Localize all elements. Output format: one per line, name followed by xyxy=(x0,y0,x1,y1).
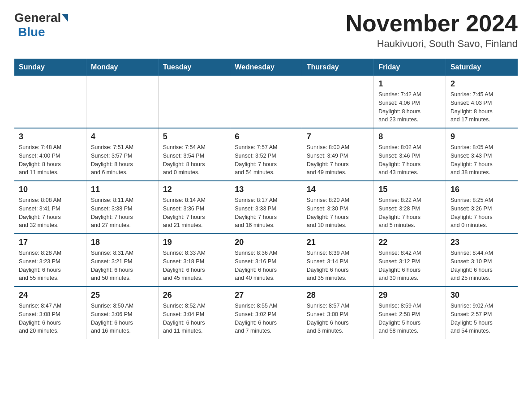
calendar-cell: 26Sunrise: 8:52 AM Sunset: 3:04 PM Dayli… xyxy=(158,287,230,339)
calendar-cell xyxy=(86,76,159,128)
calendar-cell: 9Sunrise: 8:05 AM Sunset: 3:43 PM Daylig… xyxy=(446,128,518,181)
day-info: Sunrise: 7:48 AM Sunset: 4:00 PM Dayligh… xyxy=(19,143,82,177)
calendar-cell: 6Sunrise: 7:57 AM Sunset: 3:52 PM Daylig… xyxy=(230,128,302,181)
day-info: Sunrise: 8:22 AM Sunset: 3:28 PM Dayligh… xyxy=(378,196,441,230)
calendar-cell: 3Sunrise: 7:48 AM Sunset: 4:00 PM Daylig… xyxy=(14,128,86,181)
calendar-cell xyxy=(158,76,230,128)
day-number: 5 xyxy=(163,132,226,141)
calendar-cell: 4Sunrise: 7:51 AM Sunset: 3:57 PM Daylig… xyxy=(86,128,159,181)
day-info: Sunrise: 8:36 AM Sunset: 3:16 PM Dayligh… xyxy=(235,249,297,283)
day-number: 29 xyxy=(378,291,441,300)
calendar-cell: 14Sunrise: 8:20 AM Sunset: 3:30 PM Dayli… xyxy=(302,181,374,234)
day-number: 27 xyxy=(235,291,297,300)
day-info: Sunrise: 8:31 AM Sunset: 3:21 PM Dayligh… xyxy=(91,249,154,283)
day-info: Sunrise: 8:05 AM Sunset: 3:43 PM Dayligh… xyxy=(450,143,513,177)
day-number: 15 xyxy=(378,185,441,194)
calendar-cell: 22Sunrise: 8:42 AM Sunset: 3:12 PM Dayli… xyxy=(374,234,446,287)
day-number: 13 xyxy=(235,185,297,194)
day-info: Sunrise: 8:39 AM Sunset: 3:14 PM Dayligh… xyxy=(307,249,369,283)
calendar-cell xyxy=(14,76,86,128)
week-row-3: 10Sunrise: 8:08 AM Sunset: 3:41 PM Dayli… xyxy=(14,181,518,234)
day-number: 17 xyxy=(19,238,82,247)
week-row-5: 24Sunrise: 8:47 AM Sunset: 3:08 PM Dayli… xyxy=(14,287,518,339)
calendar-cell: 12Sunrise: 8:14 AM Sunset: 3:36 PM Dayli… xyxy=(158,181,230,234)
header: General Blue November 2024 Haukivuori, S… xyxy=(14,11,518,50)
day-info: Sunrise: 8:25 AM Sunset: 3:26 PM Dayligh… xyxy=(450,196,513,230)
calendar-cell: 23Sunrise: 8:44 AM Sunset: 3:10 PM Dayli… xyxy=(446,234,518,287)
weekday-header-tuesday: Tuesday xyxy=(158,59,230,76)
calendar-cell: 19Sunrise: 8:33 AM Sunset: 3:18 PM Dayli… xyxy=(158,234,230,287)
week-row-1: 1Sunrise: 7:42 AM Sunset: 4:06 PM Daylig… xyxy=(14,76,518,128)
day-info: Sunrise: 8:02 AM Sunset: 3:46 PM Dayligh… xyxy=(378,143,441,177)
weekday-header-friday: Friday xyxy=(374,59,446,76)
day-number: 21 xyxy=(307,238,369,247)
day-number: 23 xyxy=(450,238,513,247)
day-number: 20 xyxy=(235,238,297,247)
day-info: Sunrise: 8:14 AM Sunset: 3:36 PM Dayligh… xyxy=(163,196,226,230)
weekday-header-monday: Monday xyxy=(86,59,159,76)
day-number: 18 xyxy=(91,238,154,247)
day-info: Sunrise: 8:57 AM Sunset: 3:00 PM Dayligh… xyxy=(307,302,369,335)
day-info: Sunrise: 7:57 AM Sunset: 3:52 PM Dayligh… xyxy=(235,143,297,177)
calendar-title: November 2024 xyxy=(346,11,518,36)
day-info: Sunrise: 8:20 AM Sunset: 3:30 PM Dayligh… xyxy=(307,196,369,230)
calendar-cell: 1Sunrise: 7:42 AM Sunset: 4:06 PM Daylig… xyxy=(374,76,446,128)
day-info: Sunrise: 8:42 AM Sunset: 3:12 PM Dayligh… xyxy=(378,249,441,283)
day-info: Sunrise: 7:54 AM Sunset: 3:54 PM Dayligh… xyxy=(163,143,226,177)
calendar-cell xyxy=(302,76,374,128)
day-number: 16 xyxy=(450,185,513,194)
calendar-cell xyxy=(230,76,302,128)
calendar-cell: 5Sunrise: 7:54 AM Sunset: 3:54 PM Daylig… xyxy=(158,128,230,181)
weekday-header-thursday: Thursday xyxy=(302,59,374,76)
calendar-cell: 28Sunrise: 8:57 AM Sunset: 3:00 PM Dayli… xyxy=(302,287,374,339)
day-number: 2 xyxy=(450,79,513,89)
day-number: 1 xyxy=(378,79,441,89)
day-number: 25 xyxy=(91,291,154,300)
calendar-cell: 21Sunrise: 8:39 AM Sunset: 3:14 PM Dayli… xyxy=(302,234,374,287)
weekday-header-wednesday: Wednesday xyxy=(230,59,302,76)
day-number: 19 xyxy=(163,238,226,247)
weekday-header-sunday: Sunday xyxy=(14,59,86,76)
day-number: 24 xyxy=(19,291,82,300)
day-number: 28 xyxy=(307,291,369,300)
day-info: Sunrise: 8:59 AM Sunset: 2:58 PM Dayligh… xyxy=(378,302,441,335)
day-info: Sunrise: 8:33 AM Sunset: 3:18 PM Dayligh… xyxy=(163,249,226,283)
day-info: Sunrise: 8:47 AM Sunset: 3:08 PM Dayligh… xyxy=(19,302,82,335)
day-number: 4 xyxy=(91,132,154,141)
day-number: 10 xyxy=(19,185,82,194)
day-info: Sunrise: 8:50 AM Sunset: 3:06 PM Dayligh… xyxy=(91,302,154,335)
day-number: 6 xyxy=(235,132,297,141)
calendar-cell: 2Sunrise: 7:45 AM Sunset: 4:03 PM Daylig… xyxy=(446,76,518,128)
day-info: Sunrise: 7:45 AM Sunset: 4:03 PM Dayligh… xyxy=(450,90,513,124)
logo: General Blue xyxy=(14,11,68,39)
day-info: Sunrise: 8:11 AM Sunset: 3:38 PM Dayligh… xyxy=(91,196,154,230)
calendar-cell: 25Sunrise: 8:50 AM Sunset: 3:06 PM Dayli… xyxy=(86,287,159,339)
day-number: 22 xyxy=(378,238,441,247)
calendar-cell: 29Sunrise: 8:59 AM Sunset: 2:58 PM Dayli… xyxy=(374,287,446,339)
logo-general-text: General xyxy=(14,11,61,25)
day-info: Sunrise: 8:00 AM Sunset: 3:49 PM Dayligh… xyxy=(307,143,369,177)
day-info: Sunrise: 8:52 AM Sunset: 3:04 PM Dayligh… xyxy=(163,302,226,335)
day-number: 12 xyxy=(163,185,226,194)
calendar-cell: 13Sunrise: 8:17 AM Sunset: 3:33 PM Dayli… xyxy=(230,181,302,234)
calendar-subtitle: Haukivuori, South Savo, Finland xyxy=(346,38,518,50)
day-number: 7 xyxy=(307,132,369,141)
week-row-4: 17Sunrise: 8:28 AM Sunset: 3:23 PM Dayli… xyxy=(14,234,518,287)
day-info: Sunrise: 8:08 AM Sunset: 3:41 PM Dayligh… xyxy=(19,196,82,230)
calendar-cell: 24Sunrise: 8:47 AM Sunset: 3:08 PM Dayli… xyxy=(14,287,86,339)
calendar-cell: 16Sunrise: 8:25 AM Sunset: 3:26 PM Dayli… xyxy=(446,181,518,234)
day-info: Sunrise: 7:51 AM Sunset: 3:57 PM Dayligh… xyxy=(91,143,154,177)
calendar-cell: 15Sunrise: 8:22 AM Sunset: 3:28 PM Dayli… xyxy=(374,181,446,234)
day-info: Sunrise: 8:28 AM Sunset: 3:23 PM Dayligh… xyxy=(19,249,82,283)
calendar-cell: 7Sunrise: 8:00 AM Sunset: 3:49 PM Daylig… xyxy=(302,128,374,181)
day-number: 8 xyxy=(378,132,441,141)
day-number: 11 xyxy=(91,185,154,194)
calendar-cell: 11Sunrise: 8:11 AM Sunset: 3:38 PM Dayli… xyxy=(86,181,159,234)
day-number: 3 xyxy=(19,132,82,141)
calendar-cell: 20Sunrise: 8:36 AM Sunset: 3:16 PM Dayli… xyxy=(230,234,302,287)
day-info: Sunrise: 8:55 AM Sunset: 3:02 PM Dayligh… xyxy=(235,302,297,335)
calendar-cell: 30Sunrise: 9:02 AM Sunset: 2:57 PM Dayli… xyxy=(446,287,518,339)
calendar-cell: 10Sunrise: 8:08 AM Sunset: 3:41 PM Dayli… xyxy=(14,181,86,234)
calendar-cell: 27Sunrise: 8:55 AM Sunset: 3:02 PM Dayli… xyxy=(230,287,302,339)
day-info: Sunrise: 9:02 AM Sunset: 2:57 PM Dayligh… xyxy=(450,302,513,335)
